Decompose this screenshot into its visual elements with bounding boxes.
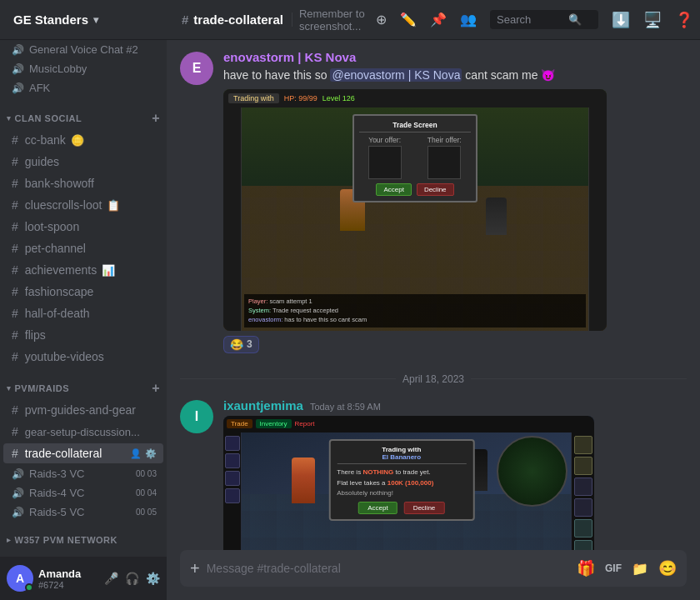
- sidebar-item-youtube[interactable]: # youtube-videos: [3, 347, 163, 367]
- emoji-icon[interactable]: 😊: [658, 559, 677, 578]
- sidebar-item-pet-channel[interactable]: # pet-channel: [3, 238, 163, 258]
- category-w357[interactable]: ▸ W357 PVM NETWORK: [0, 522, 167, 548]
- settings-icon[interactable]: ⚙️: [145, 448, 157, 459]
- mic-icon[interactable]: 🎤: [104, 572, 118, 585]
- hash-icon: #: [12, 328, 18, 342]
- message-text: have to have this so @enovastorm | KS No…: [223, 68, 687, 84]
- sidebar-item-hall-of-death[interactable]: # hall-of-death: [3, 303, 163, 323]
- pencil-icon[interactable]: ✏️: [400, 12, 417, 28]
- message-time: Today at 8:59 AM: [310, 402, 381, 412]
- help-icon[interactable]: ❓: [675, 11, 693, 29]
- hash-icon: #: [12, 198, 18, 212]
- channel-name-text: trade-collateral: [193, 12, 283, 27]
- category-label: PVM/RAIDS: [15, 383, 70, 393]
- message-image: Trading with HP: 99/99 Level 126: [223, 89, 607, 331]
- sidebar-item-musiclobby[interactable]: 🔊 MusicLobby: [3, 60, 163, 78]
- channel-label: guides: [25, 155, 59, 168]
- channel-label: flips: [25, 328, 46, 342]
- volume-icon: 🔊: [12, 44, 24, 56]
- category-pvm-raids[interactable]: ▾ PVM/RAIDS +: [0, 368, 167, 399]
- message-username[interactable]: enovastorm | KS Nova: [223, 50, 356, 64]
- reaction-laugh[interactable]: 😂 3: [223, 336, 259, 353]
- upload-icon[interactable]: 📁: [632, 561, 648, 577]
- sidebar-item-flips[interactable]: # flips: [3, 325, 163, 345]
- search-icon: 🔍: [568, 13, 582, 26]
- voice-badge: 00 04: [136, 488, 157, 498]
- user-discriminator: #6724: [38, 580, 99, 590]
- download-icon[interactable]: ⬇️: [612, 11, 630, 29]
- user-avatar: A: [7, 565, 33, 592]
- sidebar-item-cc-bank[interactable]: # cc-bank 🪙: [3, 130, 163, 150]
- message-header: ixauntjemima Today at 8:59 AM: [223, 398, 687, 412]
- chevron-icon: ▸: [7, 536, 12, 544]
- date-text: April 18, 2023: [402, 373, 464, 385]
- volume-icon: 🔊: [12, 63, 24, 75]
- add-attachment-button[interactable]: +: [190, 559, 200, 578]
- volume-icon: 🔊: [12, 82, 24, 94]
- settings-icon[interactable]: ⚙️: [146, 572, 160, 585]
- channel-label: hall-of-death: [25, 307, 90, 320]
- sidebar-item-loot-spoon[interactable]: # loot-spoon: [3, 217, 163, 237]
- avatar: I: [180, 400, 213, 433]
- message-username[interactable]: ixauntjemima: [223, 398, 303, 412]
- hash-icon: #: [12, 220, 18, 233]
- pin-icon[interactable]: 📌: [430, 12, 447, 28]
- message-image: Trade Inventory Report: [223, 416, 594, 550]
- volume-icon: 🔊: [12, 468, 24, 480]
- sidebar-item-trade-collateral[interactable]: # trade-collateral 👤 ⚙️: [3, 443, 163, 463]
- reaction-count: 3: [247, 338, 252, 350]
- crosshair-icon[interactable]: ⊕: [376, 12, 387, 28]
- mention[interactable]: @enovastorm | KS Nova: [330, 68, 462, 82]
- avatar: E: [180, 52, 213, 85]
- members-icon[interactable]: 👥: [460, 12, 477, 28]
- hash-icon: #: [12, 447, 18, 460]
- headset-icon[interactable]: 🎧: [125, 572, 139, 585]
- search-input[interactable]: [497, 13, 563, 26]
- channel-label: gear-setup-discussion...: [25, 426, 140, 438]
- add-channel-button[interactable]: +: [152, 381, 160, 396]
- reactions: 😂 3: [223, 336, 687, 353]
- category-label: W357 PVM NETWORK: [15, 535, 118, 545]
- sidebar-item-afk[interactable]: 🔊 AFK: [3, 79, 163, 97]
- sidebar-wrapper: 🔊 General Voice Chat #2 🔊 MusicLobby 🔊 A…: [0, 40, 167, 600]
- reaction-emoji: 😂: [230, 338, 243, 351]
- sidebar-item-pvm-guides[interactable]: # pvm-guides-and-gear: [3, 400, 163, 420]
- add-channel-button[interactable]: +: [152, 111, 160, 126]
- volume-icon: 🔊: [12, 488, 24, 499]
- server-name[interactable]: GE Standers ▾: [7, 12, 173, 27]
- sidebar-item-achievements[interactable]: # achievements 📊: [3, 260, 163, 280]
- sidebar-item-raids-5[interactable]: 🔊 Raids-5 VC 00 05: [3, 503, 163, 521]
- message-item: E enovastorm | KS Nova have to have this…: [180, 47, 687, 357]
- sidebar-item-cluescrolls[interactable]: # cluescrolls-loot 📋: [3, 195, 163, 215]
- sidebar: 🔊 General Voice Chat #2 🔊 MusicLobby 🔊 A…: [0, 40, 167, 557]
- sidebar-item-general-voice-2[interactable]: 🔊 General Voice Chat #2: [3, 41, 163, 58]
- channel-label: MusicLobby: [29, 62, 87, 75]
- gift-icon[interactable]: 🎁: [577, 559, 595, 578]
- sidebar-item-raids-3[interactable]: 🔊 Raids-3 VC 00 03: [3, 465, 163, 482]
- channel-subtitle: Remember to screenshot...: [299, 8, 376, 32]
- status-dot: [25, 583, 33, 592]
- hash-icon: #: [182, 12, 188, 27]
- sidebar-item-bank-showoff[interactable]: # bank-showoff: [3, 173, 163, 193]
- category-clan-social[interactable]: ▾ CLAN SOCIAL +: [0, 98, 167, 129]
- hash-icon: #: [12, 177, 18, 190]
- sidebar-item-gear-setup[interactable]: # gear-setup-discussion...: [3, 422, 163, 442]
- messages-list: E enovastorm | KS Nova have to have this…: [167, 40, 700, 550]
- search-box[interactable]: 🔍: [490, 10, 598, 29]
- channel-label: AFK: [29, 82, 50, 94]
- sidebar-item-fashionscape[interactable]: # fashionscape: [3, 282, 163, 302]
- message-input[interactable]: [207, 562, 570, 575]
- message-header: enovastorm | KS Nova: [223, 50, 687, 64]
- channel-label: trade-collateral: [25, 447, 102, 460]
- sidebar-item-raids-4[interactable]: 🔊 Raids-4 VC 00 04: [3, 484, 163, 502]
- voice-badge: 00 03: [136, 469, 157, 478]
- hash-icon: #: [12, 133, 18, 147]
- screen-icon[interactable]: 🖥️: [643, 11, 662, 29]
- sidebar-item-guides[interactable]: # guides: [3, 152, 163, 172]
- hash-icon: #: [12, 155, 18, 168]
- hash-icon: #: [12, 425, 18, 438]
- date-divider: April 18, 2023: [180, 373, 687, 385]
- input-icons: 🎁 GIF 📁 😊: [577, 559, 677, 578]
- gif-icon[interactable]: GIF: [605, 562, 622, 574]
- message-item: I ixauntjemima Today at 8:59 AM: [180, 395, 687, 550]
